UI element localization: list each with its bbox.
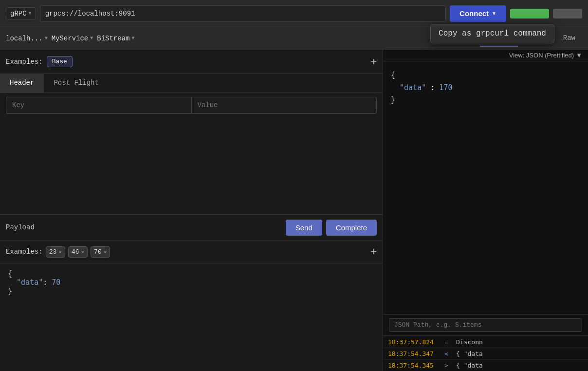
json-brace-close: } — [8, 287, 375, 296]
json-key-line: "data": 70 — [8, 278, 375, 287]
payload-chip-23-remove[interactable]: ✕ — [58, 249, 62, 255]
empty-area — [0, 118, 383, 214]
complete-button[interactable]: Complete — [326, 220, 377, 236]
gray-status-bar — [553, 9, 582, 19]
payload-chip-70-remove[interactable]: ✕ — [104, 249, 107, 255]
filter-bar — [383, 314, 588, 336]
left-panel: Examples: Base + Header Post Flight Payl… — [0, 50, 383, 371]
tab-raw[interactable]: Raw — [556, 30, 582, 47]
log-entry-1: 18:37:54.347 < { "data — [383, 348, 588, 359]
tab-header-section[interactable]: Header — [0, 74, 44, 93]
service-arrow-icon: ▼ — [90, 36, 93, 41]
payload-chip-23[interactable]: 23 ✕ — [46, 246, 65, 258]
log-dir-0: = — [444, 338, 453, 346]
view-selector[interactable]: View: JSON (Prettified) ▼ — [509, 52, 582, 59]
send-button[interactable]: Send — [286, 220, 322, 236]
right-spacer — [383, 114, 588, 315]
example-chip-base[interactable]: Base — [47, 56, 73, 67]
tab-header-section-label: Header — [10, 79, 34, 87]
json-response: { "data" : 170 } — [383, 61, 588, 114]
response-key-line: "data" : 170 — [391, 82, 580, 94]
main-layout: Examples: Base + Header Post Flight Payl… — [0, 50, 588, 371]
service-selector[interactable]: MyService ▼ — [52, 35, 93, 42]
server-arrow-icon: ▼ — [45, 36, 48, 41]
payload-chip-46-label: 46 — [72, 248, 79, 256]
connect-label: Connect — [459, 9, 489, 18]
server-label: localh... — [6, 35, 43, 42]
payload-chip-70-label: 70 — [94, 248, 102, 256]
value-input[interactable] — [191, 97, 377, 113]
view-selector-arrow-icon: ▼ — [576, 52, 582, 59]
payload-chip-46-remove[interactable]: ✕ — [81, 249, 84, 255]
url-input[interactable] — [40, 5, 446, 22]
response-brace-open: { — [391, 69, 580, 82]
protocol-arrow-icon: ▼ — [29, 11, 32, 16]
log-time-0: 18:37:57.824 — [388, 338, 441, 346]
tab-post-flight-label: Post Flight — [54, 79, 98, 87]
add-payload-button[interactable]: + — [370, 245, 377, 258]
payload-chip-46[interactable]: 46 ✕ — [68, 246, 88, 258]
grpcurl-tooltip[interactable]: Copy as grpcurl command — [430, 24, 554, 43]
key-input[interactable] — [6, 97, 191, 113]
response-brace-close: } — [391, 94, 580, 107]
log-entry-0: 18:37:57.824 = Disconn — [383, 336, 588, 348]
payload-chip-70[interactable]: 70 ✕ — [91, 246, 110, 258]
log-content-0: Disconn — [456, 338, 483, 346]
connect-arrow-icon: ▼ — [492, 11, 496, 16]
protocol-selector[interactable]: gRPC ▼ — [6, 7, 36, 20]
top-bar: gRPC ▼ Connect ▼ Copy as grpcurl command — [0, 0, 588, 27]
log-dir-1: < — [444, 350, 453, 357]
tooltip-text: Copy as grpcurl command — [439, 29, 546, 38]
right-panel: View: JSON (Prettified) ▼ { "data" : 170… — [383, 50, 588, 371]
log-time-2: 18:37:54.345 — [388, 362, 441, 369]
server-selector[interactable]: localh... ▼ — [6, 35, 48, 42]
service-label: MyService — [52, 35, 89, 42]
log-dir-2: > — [444, 362, 453, 369]
connect-container: Connect ▼ Copy as grpcurl command — [450, 5, 506, 22]
log-entries: 18:37:57.824 = Disconn 18:37:54.347 < { … — [383, 336, 588, 371]
right-view-bar: View: JSON (Prettified) ▼ — [383, 50, 588, 61]
green-status-bar — [510, 9, 549, 19]
payload-examples-row: Examples: 23 ✕ 46 ✕ 70 ✕ + — [0, 241, 383, 263]
payload-label: Payload — [6, 223, 35, 231]
method-arrow-icon: ▼ — [132, 36, 135, 41]
filter-input[interactable] — [389, 318, 582, 332]
header-examples-row: Examples: Base + — [0, 50, 383, 74]
payload-bar: Payload Send Complete — [0, 214, 383, 241]
payload-chip-23-label: 23 — [49, 248, 57, 256]
header-section-tabs: Header Post Flight — [0, 74, 383, 93]
header-examples-label: Examples: — [6, 58, 43, 66]
payload-examples-label: Examples: — [6, 248, 43, 256]
method-selector[interactable]: BiStream ▼ — [97, 35, 134, 42]
view-selector-label: View: JSON (Prettified) — [509, 52, 574, 59]
log-content-2: { "data — [456, 362, 483, 369]
log-content-1: { "data — [456, 350, 483, 357]
kv-table — [6, 97, 377, 114]
method-label: BiStream — [97, 35, 129, 42]
tab-post-flight[interactable]: Post Flight — [44, 74, 108, 93]
add-example-button[interactable]: + — [370, 56, 377, 67]
json-editor[interactable]: { "data": 70 } — [0, 263, 383, 371]
log-entry-2: 18:37:54.345 > { "data — [383, 359, 588, 371]
log-time-1: 18:37:54.347 — [388, 350, 441, 357]
connect-button[interactable]: Connect ▼ — [450, 5, 506, 22]
json-brace-open: { — [8, 269, 375, 278]
protocol-label: gRPC — [10, 10, 27, 18]
example-chip-base-label: Base — [52, 58, 67, 65]
tab-raw-label: Raw — [563, 34, 575, 42]
